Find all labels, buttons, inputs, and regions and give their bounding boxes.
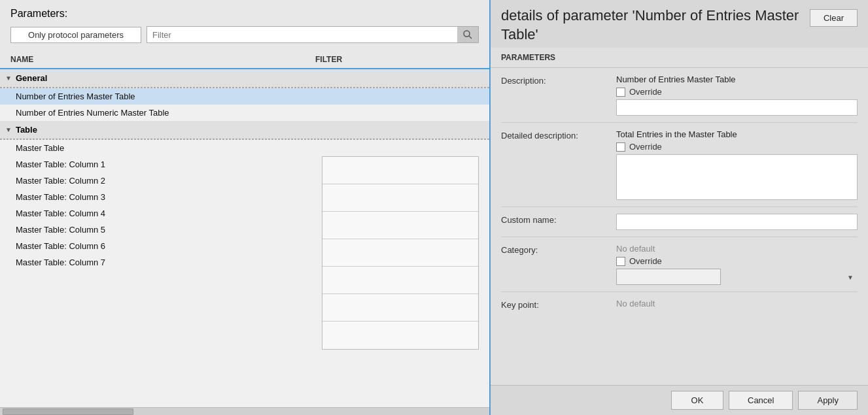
search-icon — [462, 29, 473, 40]
parameters-title: Parameters: — [10, 8, 479, 20]
category-select-wrap: ▼ — [616, 269, 858, 285]
key-point-label: Key point: — [501, 299, 606, 310]
key-point-no-default: No default — [616, 299, 858, 308]
category-row: Category: No default Override ▼ — [491, 237, 868, 291]
list-item-num-entries-master[interactable]: Number of Entries Master Table — [0, 88, 489, 105]
parameters-section: PARAMETERS Description: Number of Entrie… — [491, 48, 868, 385]
table-body: ▼ General Number of Entries Master Table… — [0, 69, 489, 407]
col-filter-header: FILTER — [315, 55, 479, 64]
section-table-triangle: ▼ — [5, 126, 12, 133]
description-override-checkbox[interactable] — [616, 88, 625, 97]
custom-name-label: Custom name: — [501, 214, 606, 225]
filter-input[interactable] — [147, 27, 457, 42]
col-name-header: NAME — [10, 55, 315, 64]
description-label: Description: — [501, 75, 606, 86]
clear-button[interactable]: Clear — [810, 9, 858, 27]
section-general-triangle: ▼ — [5, 75, 12, 82]
left-panel: Parameters: Only protocol parameters — [0, 0, 491, 415]
description-value-area: Number of Entries Master Table Override — [616, 75, 858, 116]
right-title: details of parameter 'Number of Entries … — [501, 7, 810, 44]
category-override-label: Override — [629, 256, 662, 266]
detailed-desc-override-label: Override — [629, 142, 662, 152]
left-header: Parameters: Only protocol parameters — [0, 0, 489, 51]
custom-name-value-area — [616, 214, 858, 230]
svg-point-0 — [464, 31, 470, 37]
main-window: Parameters: Only protocol parameters — [0, 0, 868, 415]
category-override-checkbox[interactable] — [616, 257, 625, 266]
category-label: Category: — [501, 244, 606, 255]
right-panel: details of parameter 'Number of Entries … — [491, 0, 868, 415]
description-override-label: Override — [629, 87, 662, 97]
key-point-row: Key point: No default — [491, 292, 868, 316]
section-table-title: Table — [16, 125, 37, 135]
detailed-description-label: Detailed description: — [501, 129, 606, 141]
content-area: Parameters: Only protocol parameters — [0, 0, 868, 415]
filter-search-box — [147, 26, 479, 43]
filter-grid-visual — [322, 156, 479, 350]
apply-button[interactable]: Apply — [798, 391, 858, 410]
item-name-master-table: Master Table — [16, 143, 315, 153]
table-header: NAME FILTER — [0, 51, 489, 69]
horizontal-scrollbar[interactable] — [0, 407, 489, 415]
list-item-master-table[interactable]: Master Table — [0, 140, 489, 156]
category-override-row: Override — [616, 256, 858, 266]
ok-button[interactable]: OK — [671, 391, 723, 410]
table-rows-with-filter: Master Table: Column 1 Master Table: Col… — [0, 156, 489, 271]
search-button[interactable] — [457, 27, 478, 42]
custom-name-row: Custom name: — [491, 207, 868, 237]
parameters-section-title: PARAMETERS — [491, 48, 868, 68]
description-row: Description: Number of Entries Master Ta… — [491, 68, 868, 122]
section-general-header[interactable]: ▼ General — [0, 69, 489, 88]
section-table-header[interactable]: ▼ Table — [0, 121, 489, 139]
item-name-num-entries-numeric: Number of Entries Numeric Master Table — [16, 108, 315, 118]
detailed-desc-override-row: Override — [616, 142, 858, 152]
section-general-title: General — [16, 73, 47, 83]
cancel-button[interactable]: Cancel — [729, 391, 793, 410]
detailed-description-value-area: Total Entries in the Master Table Overri… — [616, 129, 858, 200]
description-input[interactable] — [616, 99, 858, 116]
filter-dropdown[interactable]: Only protocol parameters — [10, 27, 141, 43]
category-value-area: No default Override ▼ — [616, 244, 858, 285]
description-value: Number of Entries Master Table — [616, 75, 858, 84]
list-item-num-entries-numeric[interactable]: Number of Entries Numeric Master Table — [0, 105, 489, 121]
detailed-desc-override-checkbox[interactable] — [616, 142, 625, 152]
item-name-num-entries-master: Number of Entries Master Table — [16, 91, 315, 101]
detailed-description-textarea[interactable] — [616, 154, 858, 200]
category-select[interactable] — [616, 269, 721, 285]
description-override-row: Override — [616, 87, 858, 97]
svg-line-1 — [469, 36, 472, 39]
detailed-description-row: Detailed description: Total Entries in t… — [491, 123, 868, 207]
left-toolbar: Only protocol parameters — [10, 26, 479, 43]
key-point-value-area: No default — [616, 299, 858, 308]
custom-name-input[interactable] — [616, 214, 858, 230]
bottom-bar: OK Cancel Apply — [491, 385, 868, 415]
select-arrow-icon: ▼ — [847, 273, 854, 280]
h-scrollbar-thumb[interactable] — [3, 408, 133, 415]
right-header: details of parameter 'Number of Entries … — [491, 0, 868, 48]
category-no-default: No default — [616, 244, 858, 254]
detailed-description-value: Total Entries in the Master Table — [616, 129, 858, 139]
